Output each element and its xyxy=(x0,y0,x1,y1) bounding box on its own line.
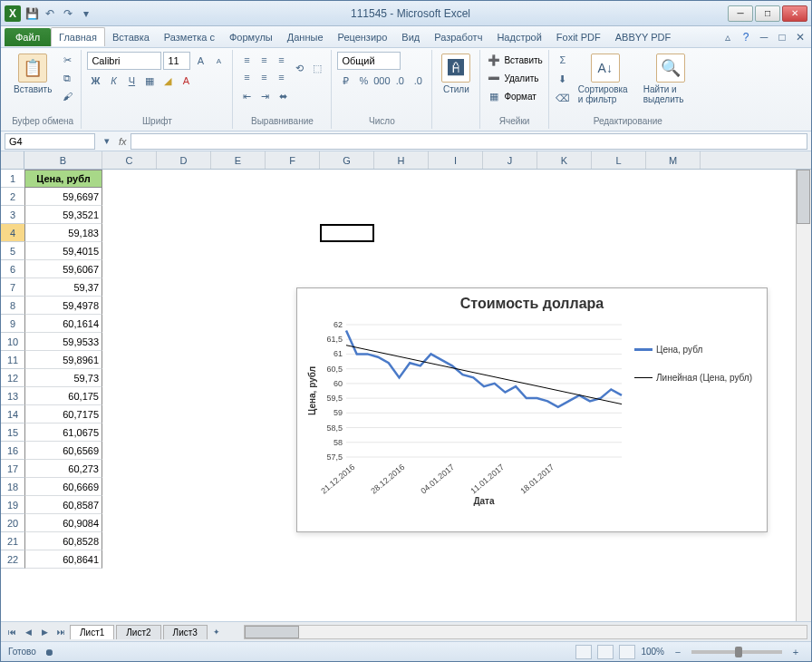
row-header-18[interactable]: 18 xyxy=(1,478,24,496)
column-header-F[interactable]: F xyxy=(266,151,320,169)
row-header-11[interactable]: 11 xyxy=(1,351,24,369)
copy-icon[interactable]: ⧉ xyxy=(59,70,75,86)
cell-B5[interactable]: 59,4015 xyxy=(24,242,102,260)
cell-B3[interactable]: 59,3521 xyxy=(24,206,102,224)
align-top-icon[interactable]: ≡ xyxy=(238,52,255,68)
row-header-22[interactable]: 22 xyxy=(1,550,24,569)
sheet-nav-prev-icon[interactable]: ◀ xyxy=(21,625,35,639)
view-layout-icon[interactable] xyxy=(597,645,614,659)
sheet-tab-3[interactable]: Лист3 xyxy=(163,625,208,639)
row-header-7[interactable]: 7 xyxy=(1,278,24,297)
row-header-15[interactable]: 15 xyxy=(1,423,24,442)
cell-B12[interactable]: 59,73 xyxy=(24,369,102,387)
cell-B13[interactable]: 60,175 xyxy=(24,387,102,405)
save-icon[interactable]: 💾 xyxy=(24,6,39,21)
column-header-L[interactable]: L xyxy=(592,151,646,169)
format-painter-icon[interactable]: 🖌 xyxy=(59,88,75,104)
tab-data[interactable]: Данные xyxy=(280,28,331,46)
sheet-nav-first-icon[interactable]: ⏮ xyxy=(5,625,19,639)
column-header-G[interactable]: G xyxy=(320,151,374,169)
cell-B1-header[interactable]: Цена, рубл xyxy=(24,170,102,188)
find-select-button[interactable]: 🔍 Найти и выделить xyxy=(640,52,701,106)
align-center-icon[interactable]: ≡ xyxy=(256,69,272,85)
cell-B7[interactable]: 59,37 xyxy=(24,278,102,297)
cell-B22[interactable]: 60,8641 xyxy=(24,550,102,569)
cell-B16[interactable]: 60,6569 xyxy=(24,442,102,460)
select-all-corner[interactable] xyxy=(1,151,24,170)
sheet-nav-next-icon[interactable]: ▶ xyxy=(37,625,52,639)
row-header-1[interactable]: 1 xyxy=(1,170,24,188)
horizontal-scrollbar[interactable] xyxy=(244,625,807,639)
cut-icon[interactable]: ✂ xyxy=(59,52,75,68)
comma-icon[interactable]: 000 xyxy=(373,73,390,89)
name-box[interactable] xyxy=(5,133,95,150)
sort-filter-button[interactable]: A↓ Сортировка и фильтр xyxy=(575,52,636,106)
column-header-H[interactable]: H xyxy=(374,151,429,169)
file-tab[interactable]: Файл xyxy=(5,28,51,46)
delete-cells-button[interactable]: ➖Удалить xyxy=(486,70,538,86)
row-header-9[interactable]: 9 xyxy=(1,315,24,333)
border-icon[interactable]: ▦ xyxy=(141,73,158,89)
undo-icon[interactable]: ↶ xyxy=(43,6,57,21)
redo-icon[interactable]: ↷ xyxy=(61,6,75,21)
tab-home[interactable]: Главная xyxy=(51,27,105,46)
tab-view[interactable]: Вид xyxy=(394,28,427,46)
row-header-20[interactable]: 20 xyxy=(1,514,24,532)
bold-icon[interactable]: Ж xyxy=(87,73,103,89)
row-header-12[interactable]: 12 xyxy=(1,369,24,387)
increase-indent-icon[interactable]: ⇥ xyxy=(256,88,273,104)
embedded-chart[interactable]: Стоимость доллара 57,55858,55959,56060,5… xyxy=(296,287,768,532)
doc-min-icon[interactable]: ─ xyxy=(757,30,771,44)
row-header-19[interactable]: 19 xyxy=(1,496,24,514)
align-right-icon[interactable]: ≡ xyxy=(273,69,289,85)
column-header-M[interactable]: M xyxy=(646,151,701,169)
row-header-17[interactable]: 17 xyxy=(1,460,24,478)
row-header-3[interactable]: 3 xyxy=(1,206,24,224)
cell-B8[interactable]: 59,4978 xyxy=(24,297,102,315)
row-header-6[interactable]: 6 xyxy=(1,260,24,278)
tab-formulas[interactable]: Формулы xyxy=(222,28,280,46)
row-header-16[interactable]: 16 xyxy=(1,442,24,460)
cell-B2[interactable]: 59,6697 xyxy=(24,188,102,206)
sheet-tab-1[interactable]: Лист1 xyxy=(70,625,114,639)
column-header-C[interactable]: C xyxy=(102,151,157,169)
cell-B14[interactable]: 60,7175 xyxy=(24,405,102,423)
column-header-J[interactable]: J xyxy=(483,151,537,169)
help-icon[interactable]: ? xyxy=(739,30,753,44)
sheet-nav-last-icon[interactable]: ⏭ xyxy=(53,625,68,639)
formula-bar[interactable] xyxy=(130,133,807,150)
view-pagebreak-icon[interactable] xyxy=(619,645,635,659)
orientation-icon[interactable]: ⟲ xyxy=(291,61,307,77)
new-sheet-icon[interactable]: ✦ xyxy=(209,625,224,639)
row-header-21[interactable]: 21 xyxy=(1,532,24,550)
row-header-8[interactable]: 8 xyxy=(1,297,24,315)
cell-B17[interactable]: 60,273 xyxy=(24,460,102,478)
zoom-slider[interactable] xyxy=(691,650,782,654)
macro-record-icon[interactable]: ⏺ xyxy=(42,644,58,660)
fx-icon[interactable]: fx xyxy=(119,136,127,147)
tab-foxit[interactable]: Foxit PDF xyxy=(549,28,608,46)
styles-button[interactable]: 🅰 Стили xyxy=(438,52,474,96)
row-header-13[interactable]: 13 xyxy=(1,387,24,405)
qat-more-icon[interactable]: ▾ xyxy=(79,6,93,21)
tab-abbyy[interactable]: ABBYY PDF xyxy=(608,28,679,46)
align-middle-icon[interactable]: ≡ xyxy=(256,52,272,68)
close-button[interactable]: ✕ xyxy=(782,5,807,22)
vertical-scrollbar[interactable] xyxy=(796,170,811,621)
increase-decimal-icon[interactable]: .0 xyxy=(392,73,408,89)
format-cells-button[interactable]: ▦Формат xyxy=(486,88,536,104)
italic-icon[interactable]: К xyxy=(105,73,121,89)
fill-color-icon[interactable]: ◢ xyxy=(160,73,176,89)
sheet-tab-2[interactable]: Лист2 xyxy=(116,625,160,639)
row-header-2[interactable]: 2 xyxy=(1,188,24,206)
zoom-out-icon[interactable]: − xyxy=(670,644,686,660)
row-header-4[interactable]: 4 xyxy=(1,224,24,242)
tab-review[interactable]: Рецензиро xyxy=(331,28,395,46)
grow-font-icon[interactable]: A xyxy=(192,53,208,69)
cell-B6[interactable]: 59,6067 xyxy=(24,260,102,278)
cell-B9[interactable]: 60,1614 xyxy=(24,315,102,333)
row-header-14[interactable]: 14 xyxy=(1,405,24,423)
doc-max-icon[interactable]: □ xyxy=(775,30,789,44)
zoom-in-icon[interactable]: + xyxy=(788,644,804,660)
font-name-select[interactable] xyxy=(87,52,161,70)
